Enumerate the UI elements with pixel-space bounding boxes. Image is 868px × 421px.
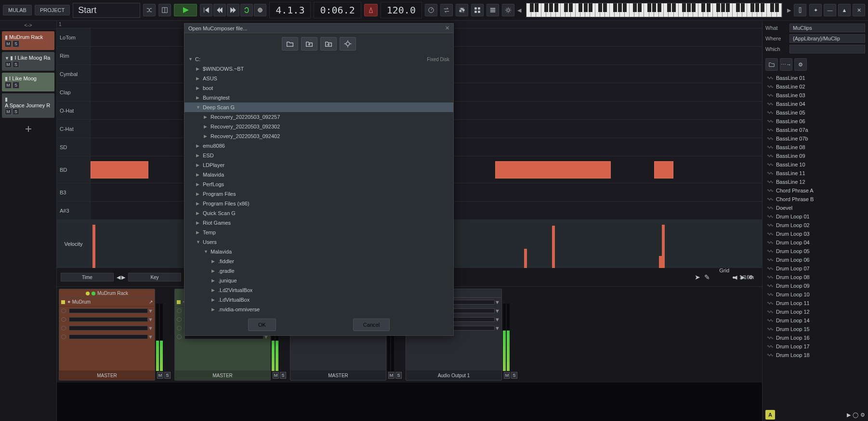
- solo-button[interactable]: S: [164, 372, 171, 379]
- solo-button[interactable]: S: [13, 108, 19, 115]
- browser-item[interactable]: BassLine 02: [765, 82, 865, 91]
- tree-item[interactable]: ▶.LdVirtualBox: [184, 295, 453, 305]
- tree-item[interactable]: ▶.fiddler: [184, 256, 453, 266]
- mute-button[interactable]: M: [5, 61, 12, 68]
- browser-item[interactable]: Drum Loop 14: [765, 316, 865, 325]
- browser-item[interactable]: Drum Loop 11: [765, 299, 865, 307]
- send-slot[interactable]: ▼: [59, 315, 155, 324]
- send-slot[interactable]: ▼: [59, 324, 155, 332]
- browser-item[interactable]: Drum Loop 12: [765, 307, 865, 316]
- track-item[interactable]: ▮ I Like MoogMS: [2, 73, 54, 91]
- position-display[interactable]: 4.1.3: [269, 2, 311, 18]
- solo-button[interactable]: S: [395, 372, 402, 379]
- insert-slot[interactable]: ✦ MuDrum↗: [59, 298, 155, 306]
- lane-label[interactable]: C-Hat: [57, 120, 90, 138]
- marker-name-field[interactable]: Start: [73, 3, 140, 18]
- cancel-button[interactable]: Cancel: [353, 319, 390, 331]
- browser-item[interactable]: Drum Loop 04: [765, 238, 865, 247]
- output-label[interactable]: MASTER: [175, 370, 270, 380]
- record-button[interactable]: [254, 4, 266, 16]
- browser-item[interactable]: BassLine 12: [765, 178, 865, 186]
- ok-button[interactable]: OK: [248, 319, 276, 331]
- browser-item[interactable]: BassLine 11: [765, 169, 865, 178]
- shuffle-icon[interactable]: [143, 4, 156, 16]
- tree-item[interactable]: ▶Recovery_20220503_092402: [184, 131, 453, 141]
- lane-label[interactable]: B3: [57, 183, 90, 202]
- browser-item[interactable]: BassLine 05: [765, 108, 865, 117]
- send-slot[interactable]: ▼: [59, 332, 155, 341]
- tree-item[interactable]: ▶Malavida: [184, 170, 453, 179]
- browser-item[interactable]: BassLine 09: [765, 152, 865, 160]
- rewind-start-button[interactable]: [200, 4, 212, 16]
- where-input[interactable]: [789, 34, 865, 43]
- pencil-tool-icon[interactable]: ✎: [704, 273, 710, 281]
- tree-item[interactable]: ▶ASUS: [184, 74, 453, 83]
- browser-settings-icon[interactable]: ⚙: [860, 412, 865, 418]
- tree-item[interactable]: ▶$WINDOWS.~BT: [184, 64, 453, 74]
- key-param[interactable]: Key: [128, 273, 181, 281]
- solo-button[interactable]: S: [511, 372, 517, 379]
- mute-button[interactable]: M: [388, 372, 395, 379]
- mute-button[interactable]: M: [5, 82, 12, 89]
- tree-item[interactable]: ▶Recovery_20220503_092302: [184, 122, 453, 131]
- tree-item[interactable]: ▶Recovery_20220503_092257: [184, 112, 453, 122]
- time-param[interactable]: Time: [61, 273, 114, 281]
- output-label[interactable]: MASTER: [290, 370, 386, 380]
- browser-item[interactable]: Drum Loop 01: [765, 212, 865, 221]
- lane-label[interactable]: BD: [57, 156, 90, 183]
- mute-button[interactable]: M: [504, 372, 510, 379]
- mulab-menu-button[interactable]: MULAB: [3, 5, 32, 15]
- browser-item[interactable]: BassLine 01: [765, 74, 865, 82]
- which-input[interactable]: [789, 45, 865, 53]
- time-next[interactable]: ▶: [121, 274, 125, 281]
- browser-item[interactable]: Drum Loop 09: [765, 281, 865, 290]
- solo-button[interactable]: S: [13, 82, 19, 89]
- browser-play-icon[interactable]: ▶: [847, 412, 851, 418]
- browser-item[interactable]: Drum Loop 15: [765, 325, 865, 333]
- solo-button[interactable]: S: [280, 372, 286, 379]
- tree-item[interactable]: ▶Riot Games: [184, 218, 453, 228]
- browser-item[interactable]: BassLine 10: [765, 160, 865, 169]
- forward-button[interactable]: [227, 4, 239, 16]
- tree-item[interactable]: ▶boot: [184, 83, 453, 93]
- tree-item[interactable]: ▶emu8086: [184, 141, 453, 151]
- tree-item[interactable]: ▼Malavida: [184, 247, 453, 256]
- grid-icon[interactable]: [471, 4, 484, 16]
- gear-icon[interactable]: [502, 4, 514, 16]
- tree-item[interactable]: ▶Temp: [184, 228, 453, 237]
- lane-label[interactable]: LoTom: [57, 28, 90, 47]
- browser-item[interactable]: BassLine 08: [765, 143, 865, 152]
- tree-item[interactable]: ▶.junique: [184, 276, 453, 285]
- close-icon[interactable]: ✕: [853, 4, 865, 16]
- list-icon[interactable]: [487, 4, 499, 16]
- clip[interactable]: [91, 161, 148, 179]
- mute-button[interactable]: M: [157, 372, 163, 379]
- metronome-button[interactable]: [364, 4, 378, 16]
- grid-next[interactable]: ▶: [741, 274, 745, 281]
- track-item[interactable]: ▮ A Space Journey RMS: [2, 93, 54, 118]
- tempo-dial-icon[interactable]: [425, 4, 437, 16]
- output-label[interactable]: MASTER: [59, 370, 155, 380]
- project-menu-button[interactable]: PROJECT: [35, 5, 70, 15]
- lane-label[interactable]: A#3: [57, 202, 90, 220]
- tree-item[interactable]: ▶LDPlayer: [184, 160, 453, 170]
- midi-keyboard[interactable]: [526, 3, 782, 17]
- tab-strip[interactable]: <->: [0, 21, 56, 29]
- clip[interactable]: [495, 161, 611, 179]
- tree-item[interactable]: ▶.gradle: [184, 266, 453, 276]
- browser-item[interactable]: Chord Phrase A: [765, 186, 865, 195]
- grid-gear-icon[interactable]: ⚙: [749, 274, 753, 281]
- tree-item[interactable]: ▶.Ld2VirtualBox: [184, 285, 453, 295]
- browser-item[interactable]: Drum Loop 18: [765, 351, 865, 359]
- pointer-tool-icon[interactable]: ➤: [695, 273, 700, 281]
- browser-item[interactable]: Drum Loop 16: [765, 333, 865, 342]
- browser-item[interactable]: Drum Loop 02: [765, 221, 865, 230]
- add-track-button[interactable]: [0, 122, 56, 136]
- add-icon[interactable]: ✦: [809, 4, 822, 16]
- mute-button[interactable]: M: [273, 372, 279, 379]
- lane-label[interactable]: Cymbal: [57, 65, 90, 83]
- tempo-display[interactable]: 120.0: [381, 2, 422, 18]
- folder-new-icon[interactable]: [320, 37, 337, 51]
- tree-item[interactable]: ▼Users: [184, 237, 453, 247]
- tree-item[interactable]: ▶Quick Scan G: [184, 208, 453, 218]
